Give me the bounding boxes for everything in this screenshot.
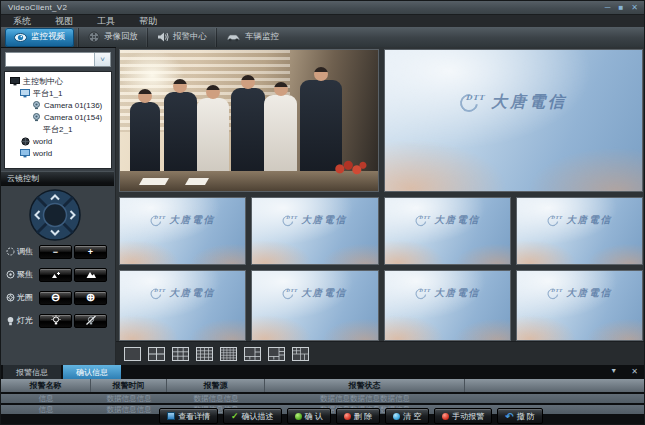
bulb-on-icon: [50, 315, 62, 326]
video-tile[interactable]: DTT大唐電信: [251, 270, 378, 341]
tree-item-camera-154[interactable]: Camera 01(154): [5, 111, 111, 123]
layout-mixed-button[interactable]: [290, 345, 311, 363]
person-silhouette: [130, 102, 160, 173]
watermark: DTT大唐電信: [145, 288, 220, 301]
watermark: DTT大唐電信: [542, 214, 617, 227]
confirm-icon: [295, 413, 302, 420]
zoom-out-button[interactable]: −: [39, 245, 72, 259]
tab-vehicle-monitor[interactable]: 车辆监控: [216, 28, 288, 47]
ptz-panel-header[interactable]: 云镜控制: [1, 171, 114, 186]
alarm-panel: 报警信息 确认信息 ▼ ✕ 报警名称 报警时间 报警源 报警状态 信息 数据信息…: [1, 365, 645, 425]
minimize-icon[interactable]: ─: [605, 2, 611, 13]
clear-icon: [393, 413, 400, 420]
brand-text: 大唐電信: [301, 288, 347, 301]
tree-item-platform-2[interactable]: 平台2_1: [5, 123, 111, 135]
zoom-icon: [6, 247, 15, 256]
layout-16-button[interactable]: [194, 345, 215, 363]
video-tile[interactable]: DTT大唐電信: [384, 49, 644, 192]
iris-open-button[interactable]: ⊕: [74, 291, 107, 305]
manual-alarm-button[interactable]: 手动报警: [434, 408, 492, 424]
tree-item-platform-1[interactable]: 平台1_1: [5, 87, 111, 99]
minus-icon: −: [53, 247, 58, 257]
tab-alarm-info[interactable]: 报警信息: [3, 365, 61, 379]
globe-icon: [20, 137, 30, 146]
tab-label: 报警信息: [16, 367, 48, 378]
tab-label: 监控视频: [31, 31, 65, 43]
device-tree: 主控制中心 平台1_1 Camera 01(136) Camera 01(154…: [4, 71, 112, 169]
tree-item-control-center[interactable]: 主控制中心: [5, 75, 111, 87]
video-tile[interactable]: DTT大唐電信: [384, 270, 511, 341]
combobox-field[interactable]: [6, 53, 94, 66]
watermark: DTT大唐電信: [277, 288, 352, 301]
delete-button[interactable]: 删 除: [336, 408, 380, 424]
video-tile[interactable]: DTT大唐電信: [516, 270, 643, 341]
menu-system[interactable]: 系统: [1, 15, 43, 28]
menu-tools[interactable]: 工具: [85, 15, 127, 28]
ptz-direction-pad[interactable]: [29, 189, 81, 245]
tree-item-world-2[interactable]: world: [5, 147, 111, 159]
tree-label: world: [33, 137, 52, 146]
layout-9-button[interactable]: [170, 345, 191, 363]
ptz-focus-row: 聚焦: [1, 263, 114, 286]
confirm-button[interactable]: 确 认: [287, 408, 331, 424]
ptz-zoom-row: 调焦 − +: [1, 240, 114, 263]
close-panel-icon[interactable]: ✕: [631, 367, 638, 376]
disarm-button[interactable]: ↶撤 防: [497, 408, 543, 424]
layout-8-button[interactable]: [266, 345, 287, 363]
cell: [465, 394, 645, 403]
zoom-in-button[interactable]: +: [74, 245, 107, 259]
chevron-down-icon[interactable]: ˅: [94, 53, 110, 66]
tree-item-world-1[interactable]: world: [5, 135, 111, 147]
watermark: DTT大唐電信: [410, 288, 485, 301]
tree-label: 平台2_1: [43, 124, 72, 135]
view-details-button[interactable]: 查看详情: [159, 408, 218, 424]
ptz-controls: 调焦 − + 聚焦 光圈 ⊖ ⊕ 灯光: [1, 240, 114, 332]
menu-help[interactable]: 帮助: [127, 15, 169, 28]
tab-label: 确认信息: [76, 367, 108, 378]
ptz-label: 光圈: [17, 292, 33, 303]
close-icon[interactable]: ✕: [631, 2, 638, 13]
light-on-button[interactable]: [39, 314, 72, 328]
tab-live-video[interactable]: 监控视频: [5, 28, 74, 47]
table-row[interactable]: 信息 数据信息信息 数据信息信息 数据信息数据信息数据信息: [1, 394, 645, 403]
person-silhouette: [231, 88, 265, 173]
live-video-tile[interactable]: [119, 49, 379, 192]
title-bar[interactable]: VideoClient_V2 ─ ■ ✕: [1, 1, 644, 14]
tab-alarm-center[interactable]: 报警中心: [147, 28, 216, 47]
tab-label: 报警中心: [173, 31, 207, 43]
iris-close-button[interactable]: ⊖: [39, 291, 72, 305]
tree-label: 平台1_1: [33, 88, 62, 99]
brand-text: 大唐電信: [169, 288, 215, 301]
video-tile[interactable]: DTT大唐電信: [384, 197, 511, 265]
iris-icon: [6, 293, 15, 302]
video-tile[interactable]: DTT大唐電信: [251, 197, 378, 265]
layout-1-button[interactable]: [122, 345, 143, 363]
tab-confirm-info[interactable]: 确认信息: [63, 365, 121, 379]
device-search-combobox[interactable]: ˅: [5, 52, 111, 67]
video-tile[interactable]: DTT大唐電信: [516, 197, 643, 265]
light-off-button[interactable]: [74, 314, 107, 328]
alarm-table-header: 报警名称 报警时间 报警源 报警状态: [1, 379, 645, 392]
video-tile[interactable]: DTT大唐電信: [119, 197, 246, 265]
focus-far-button[interactable]: [74, 268, 107, 282]
tree-item-camera-136[interactable]: Camera 01(136): [5, 99, 111, 111]
tab-playback[interactable]: 录像回放: [78, 28, 147, 47]
maximize-icon[interactable]: ■: [618, 2, 623, 13]
layout-6-button[interactable]: [242, 345, 263, 363]
focus-near-button[interactable]: [39, 268, 72, 282]
layout-4-button[interactable]: [146, 345, 167, 363]
video-tile[interactable]: DTT大唐電信: [119, 270, 246, 341]
film-reel-icon: [88, 31, 100, 43]
confirm-description-button[interactable]: ✓确认描述: [223, 408, 282, 424]
menu-view[interactable]: 视图: [43, 15, 85, 28]
cell: 信息: [1, 394, 91, 403]
paper: [185, 178, 209, 185]
watermark: DTT大唐電信: [410, 214, 485, 227]
circle-plus-icon: ⊕: [86, 291, 95, 304]
layout-25-button[interactable]: [218, 345, 239, 363]
focus-icon: [6, 270, 15, 279]
monitor-icon: [10, 77, 20, 86]
menu-bar: 系统 视图 工具 帮助: [1, 14, 644, 27]
clear-button[interactable]: 清 空: [385, 408, 429, 424]
collapse-panel-icon[interactable]: ▼: [610, 367, 617, 376]
